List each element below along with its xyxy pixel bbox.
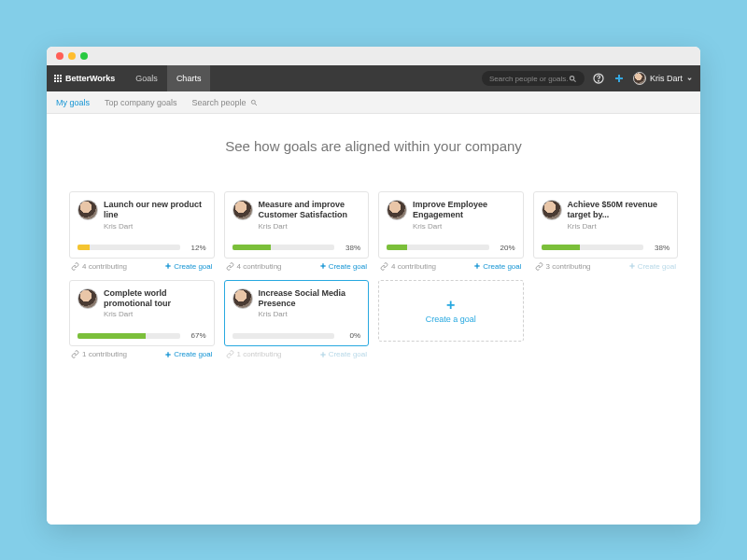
goal-owner-avatar — [78, 288, 98, 309]
window-minimize-dot[interactable] — [68, 52, 76, 60]
goal-owner: Kris Dart — [568, 222, 670, 231]
link-icon — [226, 350, 234, 358]
svg-point-0 — [571, 76, 574, 79]
goal-links-row: 4 contributing Create goal — [69, 262, 215, 271]
window-titlebar — [47, 47, 700, 65]
goal-title: Measure and improve Customer Satisfactio… — [259, 200, 361, 221]
search-icon — [250, 99, 258, 106]
goal-card[interactable]: Measure and improve Customer Satisfactio… — [224, 191, 370, 259]
goal-owner: Kris Dart — [259, 310, 361, 318]
goal-card-head: Improve Employee EngagementKris Dart — [387, 200, 515, 231]
progress-bar — [78, 245, 180, 250]
subnav-search-people[interactable]: Search people — [192, 98, 258, 107]
contributing-link[interactable]: 4 contributing — [226, 262, 282, 271]
progress-percent: 38% — [340, 244, 360, 252]
subnav-my-goals[interactable]: My goals — [56, 98, 90, 107]
progress-fill — [78, 245, 90, 250]
progress-fill — [387, 245, 407, 250]
goal-title: Achieve $50M revenue target by... — [568, 200, 670, 221]
user-name: Kris Dart — [650, 74, 683, 83]
goal-links-row: 4 contributing Create goal — [224, 262, 370, 271]
svg-point-3 — [599, 80, 599, 81]
progress-row: 20% — [387, 244, 515, 252]
global-search[interactable]: Search people or goals... — [482, 71, 585, 86]
add-button[interactable] — [613, 72, 626, 85]
goal-card[interactable]: Achieve $50M revenue target by...Kris Da… — [533, 191, 679, 259]
progress-percent: 20% — [495, 244, 515, 252]
goal-title: Improve Employee Engagement — [413, 200, 515, 221]
goal-cell: Complete world promotional tourKris Dart… — [69, 280, 215, 359]
app-window: BetterWorks Goals Charts Search people o… — [47, 47, 700, 525]
goal-links-row: 1 contributing Create goal — [69, 350, 215, 358]
link-icon — [380, 262, 388, 271]
goal-owner-avatar — [233, 288, 253, 309]
progress-row: 38% — [542, 244, 670, 252]
progress-bar — [78, 333, 180, 339]
goal-cell: Improve Employee EngagementKris Dart20% … — [378, 191, 524, 271]
create-goal-link[interactable]: Create goal — [319, 262, 367, 271]
contributing-link[interactable]: 4 contributing — [71, 262, 127, 271]
window-zoom-dot[interactable] — [80, 52, 88, 60]
goal-cell: +Create a goal — [378, 280, 524, 359]
user-avatar — [633, 72, 646, 85]
goal-card[interactable]: Launch our new product lineKris Dart12% — [69, 191, 215, 259]
content-area: See how goals are aligned within your co… — [47, 114, 700, 525]
nav-tab-charts[interactable]: Charts — [167, 65, 211, 91]
contributing-link[interactable]: 1 contributing — [71, 350, 127, 358]
goal-owner-avatar — [542, 200, 562, 220]
chevron-down-icon — [686, 76, 693, 82]
goal-owner-avatar — [233, 200, 253, 220]
plus-icon: + — [446, 298, 455, 313]
plus-icon — [164, 351, 172, 358]
goal-card-head: Achieve $50M revenue target by...Kris Da… — [542, 200, 670, 231]
help-icon — [593, 73, 604, 84]
search-icon — [569, 75, 577, 83]
link-icon — [535, 262, 543, 271]
help-button[interactable] — [592, 72, 605, 85]
window-close-dot[interactable] — [56, 52, 63, 60]
goal-card[interactable]: Complete world promotional tourKris Dart… — [69, 280, 215, 347]
create-goal-card[interactable]: +Create a goal — [378, 280, 524, 342]
contributing-link[interactable]: 3 contributing — [535, 262, 591, 271]
contributing-link[interactable]: 1 contributing — [226, 350, 282, 358]
goal-card[interactable]: Improve Employee EngagementKris Dart20% — [378, 191, 524, 259]
create-goal-link[interactable]: Create goal — [164, 262, 212, 271]
progress-fill — [78, 333, 146, 339]
progress-percent: 0% — [340, 331, 360, 340]
plus-icon — [319, 351, 327, 358]
goal-links-row: 4 contributing Create goal — [378, 262, 524, 271]
progress-row: 12% — [78, 244, 206, 252]
goal-owner: Kris Dart — [104, 222, 206, 231]
progress-fill — [233, 245, 272, 250]
link-icon — [226, 262, 234, 271]
create-goal-link[interactable]: Create goal — [473, 262, 521, 271]
subnav-search-label: Search people — [192, 98, 247, 107]
progress-row: 0% — [233, 331, 361, 340]
create-goal-link[interactable]: Create goal — [164, 350, 212, 358]
plus-icon — [319, 262, 327, 270]
create-goal-link: Create goal — [628, 262, 676, 271]
progress-bar — [387, 245, 489, 250]
contributing-link[interactable]: 4 contributing — [380, 262, 436, 271]
user-menu[interactable]: Kris Dart — [633, 72, 693, 85]
goal-owner: Kris Dart — [104, 310, 206, 318]
brand[interactable]: BetterWorks — [54, 74, 115, 83]
plus-icon — [628, 262, 636, 270]
goal-card[interactable]: Increase Social Media PresenceKris Dart0… — [224, 280, 370, 347]
goal-card-head: Launch our new product lineKris Dart — [78, 200, 206, 231]
goal-title: Increase Social Media Presence — [259, 288, 361, 310]
goal-cell: Achieve $50M revenue target by...Kris Da… — [533, 191, 679, 271]
goal-owner: Kris Dart — [259, 222, 361, 231]
brand-label: BetterWorks — [65, 74, 115, 83]
goal-card-head: Complete world promotional tourKris Dart — [78, 288, 206, 319]
subnav-top-company-goals[interactable]: Top company goals — [105, 98, 177, 107]
nav-tab-goals[interactable]: Goals — [126, 65, 167, 91]
goal-links-row: 1 contributing Create goal — [224, 350, 370, 358]
progress-percent: 38% — [649, 244, 669, 252]
search-placeholder: Search people or goals... — [489, 75, 569, 83]
plus-icon — [473, 262, 481, 270]
svg-line-7 — [255, 104, 257, 105]
create-goal-link: Create goal — [319, 350, 367, 358]
create-goal-label: Create a goal — [426, 315, 476, 324]
nav-tabs: Goals Charts — [126, 65, 210, 91]
